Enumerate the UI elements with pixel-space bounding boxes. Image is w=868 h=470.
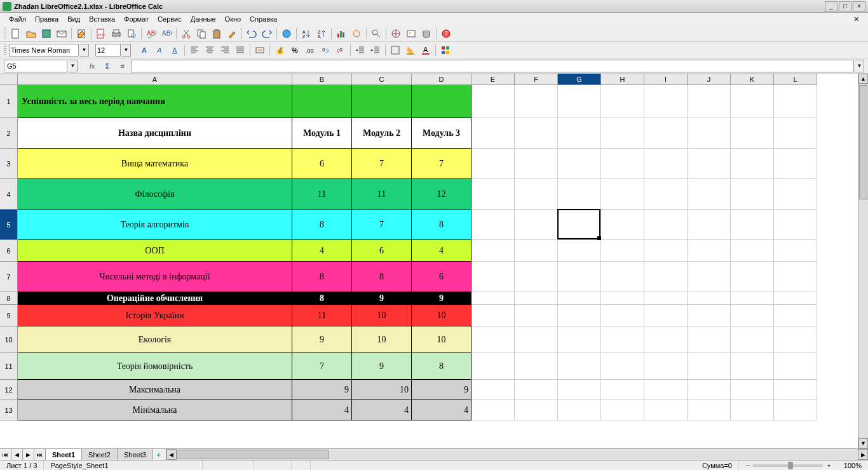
align-center-button[interactable]: [203, 43, 217, 57]
column-header-E[interactable]: E: [471, 74, 515, 85]
cell-G4[interactable]: [558, 179, 601, 210]
cell-G12[interactable]: [558, 380, 601, 400]
cell-F11[interactable]: [515, 353, 558, 380]
cell-J2[interactable]: [688, 118, 731, 149]
font-size-input[interactable]: [95, 44, 121, 57]
insert-mode[interactable]: [203, 460, 254, 470]
menu-format[interactable]: Формат: [120, 14, 153, 24]
sort-desc-button[interactable]: ZA: [315, 27, 329, 41]
help-button[interactable]: ?: [439, 27, 453, 41]
cell-E13[interactable]: [471, 400, 515, 420]
percent-button[interactable]: %: [288, 43, 302, 57]
remove-decimal-button[interactable]: .0: [334, 43, 348, 57]
cell-D4[interactable]: 12: [412, 179, 471, 210]
cell-B11[interactable]: 7: [292, 353, 352, 380]
cell-F3[interactable]: [515, 149, 558, 179]
tab-last-button[interactable]: ⏭: [34, 449, 46, 460]
cell-D11[interactable]: 8: [412, 353, 471, 380]
cell-G10[interactable]: [558, 326, 601, 353]
hscroll-thumb[interactable]: [177, 450, 329, 459]
cell-B9[interactable]: 11: [292, 305, 352, 326]
row-header-9[interactable]: 9: [0, 305, 18, 326]
cell-H9[interactable]: [601, 305, 644, 326]
cell-D8[interactable]: 9: [412, 292, 471, 305]
cell-G13[interactable]: [558, 400, 601, 420]
cell-L12[interactable]: [774, 380, 817, 400]
cell-K12[interactable]: [731, 380, 774, 400]
cell-H1[interactable]: [601, 85, 644, 118]
row-header-12[interactable]: 12: [0, 380, 18, 400]
cell-A11[interactable]: Теорія йомовірність: [18, 353, 292, 380]
cell-I5[interactable]: [644, 210, 688, 240]
cell-F4[interactable]: [515, 179, 558, 210]
menu-insert[interactable]: Вставка: [85, 14, 119, 24]
cell-E9[interactable]: [471, 305, 515, 326]
cell-F13[interactable]: [515, 400, 558, 420]
cell-K1[interactable]: [731, 85, 774, 118]
auto-spellcheck-button[interactable]: ABC: [159, 27, 173, 41]
cell-B8[interactable]: 8: [292, 292, 352, 305]
column-header-F[interactable]: F: [515, 74, 558, 85]
cell-G5[interactable]: [558, 210, 601, 240]
align-left-button[interactable]: [187, 43, 201, 57]
chart-button[interactable]: [334, 27, 348, 41]
cell-C3[interactable]: 7: [352, 149, 412, 179]
cell-C7[interactable]: 8: [352, 262, 412, 292]
cell-F9[interactable]: [515, 305, 558, 326]
cell-H6[interactable]: [601, 240, 644, 262]
new-button[interactable]: [9, 27, 23, 41]
currency-button[interactable]: 💰: [273, 43, 287, 57]
cell-F6[interactable]: [515, 240, 558, 262]
export-pdf-button[interactable]: PDF: [94, 27, 108, 41]
cell-K10[interactable]: [731, 326, 774, 353]
cell-F2[interactable]: [515, 118, 558, 149]
cell-E7[interactable]: [471, 262, 515, 292]
print-button[interactable]: [109, 27, 123, 41]
cell-K6[interactable]: [731, 240, 774, 262]
formula-input[interactable]: [131, 60, 854, 72]
cell-H13[interactable]: [601, 400, 644, 420]
row-header-6[interactable]: 6: [0, 240, 18, 262]
cell-K2[interactable]: [731, 118, 774, 149]
selection-mode[interactable]: [254, 460, 292, 470]
cell-J4[interactable]: [688, 179, 731, 210]
row-header-2[interactable]: 2: [0, 118, 18, 149]
cell-J13[interactable]: [688, 400, 731, 420]
cell-B2[interactable]: Модуль 1: [292, 118, 352, 149]
toolbar-grip[interactable]: [4, 28, 6, 39]
cell-K13[interactable]: [731, 400, 774, 420]
cell-C1[interactable]: [352, 85, 412, 118]
cell-F10[interactable]: [515, 326, 558, 353]
cell-B5[interactable]: 8: [292, 210, 352, 240]
cell-B7[interactable]: 8: [292, 262, 352, 292]
email-button[interactable]: [55, 27, 69, 41]
font-name-input[interactable]: [9, 44, 79, 57]
row-header-5[interactable]: 5: [0, 210, 18, 240]
cell-A7[interactable]: Чисельні методі в інформації: [18, 262, 292, 292]
cell-E10[interactable]: [471, 326, 515, 353]
menu-window[interactable]: Окно: [221, 14, 245, 24]
cell-ref-dropdown[interactable]: ▼: [69, 60, 78, 72]
cell-I6[interactable]: [644, 240, 688, 262]
format-paintbrush-button[interactable]: [225, 27, 239, 41]
cell-A6[interactable]: ООП: [18, 240, 292, 262]
cell-I1[interactable]: [644, 85, 688, 118]
cell-E11[interactable]: [471, 353, 515, 380]
cell-H4[interactable]: [601, 179, 644, 210]
save-button[interactable]: [39, 27, 53, 41]
sort-asc-button[interactable]: AZ: [299, 27, 313, 41]
navigator-button[interactable]: [389, 27, 403, 41]
scroll-left-button[interactable]: ◀: [166, 449, 177, 460]
cell-G3[interactable]: [558, 149, 601, 179]
cell-L8[interactable]: [774, 292, 817, 305]
cell-E1[interactable]: [471, 85, 515, 118]
cell-J3[interactable]: [688, 149, 731, 179]
cell-A3[interactable]: Вища математика: [18, 149, 292, 179]
merge-cells-button[interactable]: [253, 43, 267, 57]
cell-C12[interactable]: 10: [352, 380, 412, 400]
cell-K4[interactable]: [731, 179, 774, 210]
cell-K7[interactable]: [731, 262, 774, 292]
cell-I9[interactable]: [644, 305, 688, 326]
cell-G2[interactable]: [558, 118, 601, 149]
row-header-11[interactable]: 11: [0, 353, 18, 380]
